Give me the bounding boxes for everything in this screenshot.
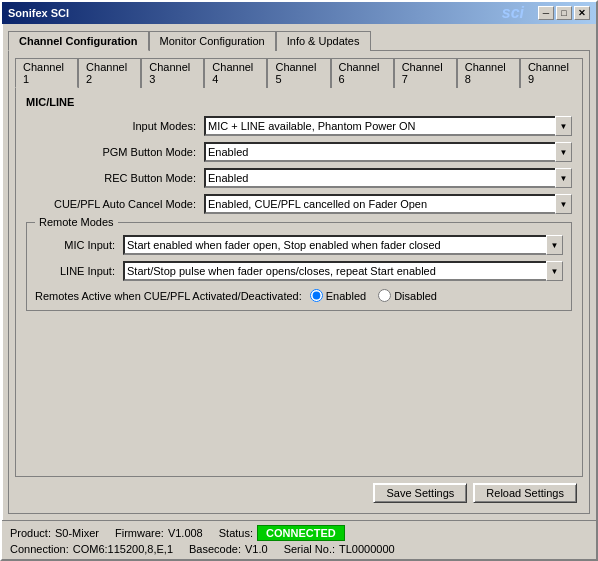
pgm-button-label: PGM Button Mode: <box>26 146 196 158</box>
connection-label: Connection: <box>10 543 69 555</box>
rec-button-row: REC Button Mode: Enabled Disabled ▼ <box>26 168 572 188</box>
pgm-button-select-wrapper: Enabled Disabled ▼ <box>204 142 572 162</box>
remotes-enabled-text: Enabled <box>326 290 366 302</box>
channel-panel: MIC/LINE Input Modes: MIC + LINE availab… <box>15 87 583 477</box>
sci-logo-text: sci <box>502 4 524 22</box>
mic-input-select-wrapper: Start enabled when fader open, Stop enab… <box>123 235 563 255</box>
status-item: Status: CONNECTED <box>219 525 345 541</box>
basecode-item: Basecode: V1.0 <box>189 543 268 555</box>
status-row-2: Connection: COM6:115200,8,E,1 Basecode: … <box>10 543 588 555</box>
channel-tabs: Channel 1 Channel 2 Channel 3 Channel 4 … <box>15 57 583 87</box>
close-button[interactable]: ✕ <box>574 6 590 20</box>
remotes-enabled-radio[interactable] <box>310 289 323 302</box>
minimize-button[interactable]: ─ <box>538 6 554 20</box>
remotes-active-row: Remotes Active when CUE/PFL Activated/De… <box>35 289 563 302</box>
input-modes-select[interactable]: MIC + LINE available, Phantom Power ON M… <box>204 116 572 136</box>
main-window: Sonifex SCI sci ─ □ ✕ Channel Configurat… <box>0 0 598 561</box>
firmware-label: Firmware: <box>115 527 164 539</box>
main-tab-panel: Channel 1 Channel 2 Channel 3 Channel 4 … <box>8 50 590 514</box>
mic-line-section-title: MIC/LINE <box>26 96 572 108</box>
input-modes-select-wrapper: MIC + LINE available, Phantom Power ON M… <box>204 116 572 136</box>
reload-settings-button[interactable]: Reload Settings <box>473 483 577 503</box>
line-input-label: LINE Input: <box>35 265 115 277</box>
cue-pfl-label: CUE/PFL Auto Cancel Mode: <box>26 198 196 210</box>
remote-modes-legend: Remote Modes <box>35 216 118 228</box>
mic-input-label: MIC Input: <box>35 239 115 251</box>
product-value: S0-Mixer <box>55 527 99 539</box>
tab-channel-1[interactable]: Channel 1 <box>15 58 78 88</box>
tab-channel-7[interactable]: Channel 7 <box>394 58 457 88</box>
pgm-button-row: PGM Button Mode: Enabled Disabled ▼ <box>26 142 572 162</box>
rec-button-select[interactable]: Enabled Disabled <box>204 168 572 188</box>
tab-monitor-configuration[interactable]: Monitor Configuration <box>149 31 276 51</box>
window-title: Sonifex SCI <box>8 7 69 19</box>
rec-button-select-wrapper: Enabled Disabled ▼ <box>204 168 572 188</box>
remotes-disabled-text: Disabled <box>394 290 437 302</box>
firmware-item: Firmware: V1.008 <box>115 527 203 539</box>
save-settings-button[interactable]: Save Settings <box>373 483 467 503</box>
line-input-row: LINE Input: Start/Stop pulse when fader … <box>35 261 563 281</box>
remotes-disabled-radio[interactable] <box>378 289 391 302</box>
mic-input-select[interactable]: Start enabled when fader open, Stop enab… <box>123 235 563 255</box>
tab-channel-6[interactable]: Channel 6 <box>331 58 394 88</box>
cue-pfl-select[interactable]: Enabled, CUE/PFL cancelled on Fader Open… <box>204 194 572 214</box>
basecode-value: V1.0 <box>245 543 268 555</box>
tab-channel-2[interactable]: Channel 2 <box>78 58 141 88</box>
input-modes-label: Input Modes: <box>26 120 196 132</box>
product-item: Product: S0-Mixer <box>10 527 99 539</box>
product-label: Product: <box>10 527 51 539</box>
firmware-value: V1.008 <box>168 527 203 539</box>
cue-pfl-select-wrapper: Enabled, CUE/PFL cancelled on Fader Open… <box>204 194 572 214</box>
pgm-button-select[interactable]: Enabled Disabled <box>204 142 572 162</box>
title-bar: Sonifex SCI sci ─ □ ✕ <box>2 2 596 24</box>
basecode-label: Basecode: <box>189 543 241 555</box>
remotes-enabled-radio-label[interactable]: Enabled <box>310 289 366 302</box>
tab-info-updates[interactable]: Info & Updates <box>276 31 371 51</box>
tab-channel-4[interactable]: Channel 4 <box>204 58 267 88</box>
tab-channel-configuration[interactable]: Channel Configuration <box>8 31 149 51</box>
input-modes-row: Input Modes: MIC + LINE available, Phant… <box>26 116 572 136</box>
button-row: Save Settings Reload Settings <box>15 477 583 507</box>
title-bar-logo: Sonifex SCI <box>8 7 69 19</box>
status-row-1: Product: S0-Mixer Firmware: V1.008 Statu… <box>10 525 588 541</box>
connection-value: COM6:115200,8,E,1 <box>73 543 173 555</box>
status-label: Status: <box>219 527 253 539</box>
remote-modes-group: Remote Modes MIC Input: Start enabled wh… <box>26 222 572 311</box>
line-input-select[interactable]: Start/Stop pulse when fader opens/closes… <box>123 261 563 281</box>
mic-input-row: MIC Input: Start enabled when fader open… <box>35 235 563 255</box>
content-area: Channel Configuration Monitor Configurat… <box>2 24 596 520</box>
remotes-active-label: Remotes Active when CUE/PFL Activated/De… <box>35 290 302 302</box>
tab-channel-9[interactable]: Channel 9 <box>520 58 583 88</box>
status-bar: Product: S0-Mixer Firmware: V1.008 Statu… <box>2 520 596 559</box>
tab-channel-8[interactable]: Channel 8 <box>457 58 520 88</box>
serial-label: Serial No.: <box>284 543 335 555</box>
line-input-select-wrapper: Start/Stop pulse when fader opens/closes… <box>123 261 563 281</box>
window-controls: ─ □ ✕ <box>538 6 590 20</box>
rec-button-label: REC Button Mode: <box>26 172 196 184</box>
tab-channel-3[interactable]: Channel 3 <box>141 58 204 88</box>
remotes-active-radio-group: Enabled Disabled <box>310 289 437 302</box>
tab-channel-5[interactable]: Channel 5 <box>267 58 330 88</box>
main-tabs: Channel Configuration Monitor Configurat… <box>8 30 590 50</box>
remotes-disabled-radio-label[interactable]: Disabled <box>378 289 437 302</box>
cue-pfl-row: CUE/PFL Auto Cancel Mode: Enabled, CUE/P… <box>26 194 572 214</box>
serial-value: TL0000000 <box>339 543 395 555</box>
connected-badge: CONNECTED <box>257 525 345 541</box>
maximize-button[interactable]: □ <box>556 6 572 20</box>
serial-item: Serial No.: TL0000000 <box>284 543 395 555</box>
connection-item: Connection: COM6:115200,8,E,1 <box>10 543 173 555</box>
